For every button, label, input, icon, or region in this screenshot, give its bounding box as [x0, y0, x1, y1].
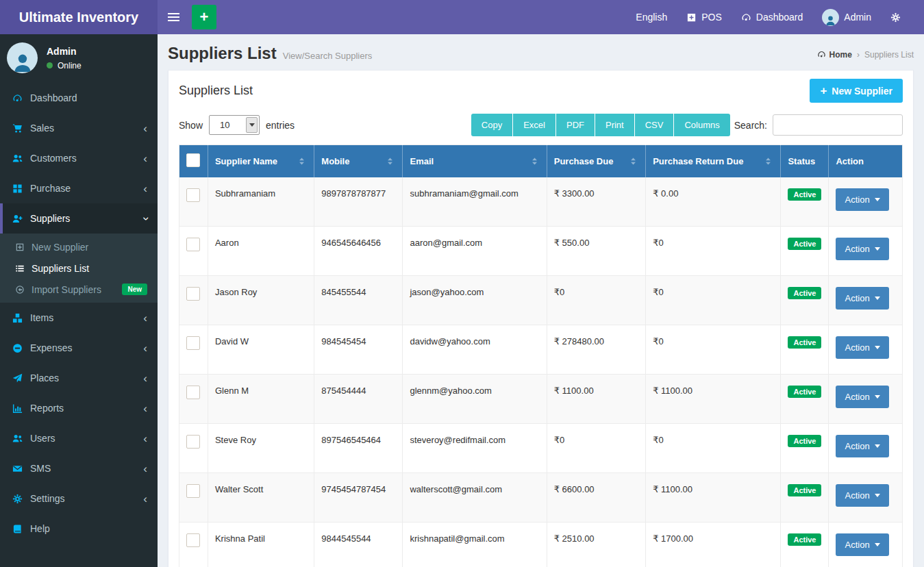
chevron-down-icon: ‹	[140, 216, 151, 220]
chevron-left-icon: ‹	[143, 463, 147, 475]
print-button[interactable]: Print	[595, 114, 634, 136]
sidebar-item-sms[interactable]: SMS‹	[0, 453, 158, 483]
cell-purchase-due: ₹ 278480.00	[547, 325, 645, 375]
sort-icon	[297, 156, 307, 166]
caret-down-icon	[875, 543, 880, 549]
caret-down-icon	[875, 198, 880, 204]
sidebar-item-expenses[interactable]: Expenses‹	[0, 333, 158, 363]
page-size-control: Show 10 entries	[179, 115, 295, 135]
sidebar-item-reports[interactable]: Reports‹	[0, 393, 158, 423]
book-icon	[11, 524, 23, 534]
row-checkbox[interactable]	[186, 287, 200, 301]
sidebar-item-suppliers[interactable]: Suppliers‹	[0, 203, 158, 234]
envelope-icon	[11, 464, 23, 474]
cell-email: aaron@gmail.com	[403, 227, 547, 276]
pos-link[interactable]: POS	[677, 0, 732, 34]
excel-button[interactable]: Excel	[512, 114, 555, 136]
copy-button[interactable]: Copy	[471, 114, 512, 136]
sidebar-item-places[interactable]: Places‹	[0, 363, 158, 393]
pdf-button[interactable]: PDF	[555, 114, 595, 136]
table-header-row: Supplier Name Mobile Email Purchase Due …	[179, 145, 903, 178]
language-menu[interactable]: English	[626, 0, 677, 34]
user-menu[interactable]: Admin	[812, 0, 881, 34]
header-mobile[interactable]: Mobile	[314, 145, 403, 178]
sidebar-item-items[interactable]: Items‹	[0, 303, 158, 333]
dashboard-label: Dashboard	[756, 12, 803, 23]
header-email[interactable]: Email	[403, 145, 547, 178]
suppliers-submenu: New Supplier Suppliers List Import Suppl…	[0, 234, 158, 303]
sidebar-item-help[interactable]: Help	[0, 514, 158, 544]
row-action-button[interactable]: Action	[836, 188, 888, 211]
row-checkbox[interactable]	[186, 238, 200, 251]
plus-icon: +	[820, 85, 827, 97]
chevron-left-icon: ‹	[143, 493, 147, 505]
cell-mobile: 875454444	[314, 375, 403, 424]
cell-purchase-due: ₹ 1100.00	[547, 375, 645, 424]
row-checkbox[interactable]	[186, 188, 200, 202]
sidebar-menu: Dashboard Sales‹ Customers‹ Purchase‹ Su…	[0, 83, 158, 544]
header-purchase-return-due[interactable]: Purchase Return Due	[646, 145, 781, 178]
chevron-left-icon: ‹	[143, 123, 147, 134]
status-badge: Active	[788, 435, 821, 447]
user-plus-icon	[11, 214, 23, 224]
app-logo: Ultimate Inventory	[0, 0, 158, 34]
row-checkbox[interactable]	[186, 435, 200, 449]
chevron-left-icon: ‹	[143, 312, 147, 324]
import-icon	[15, 285, 25, 294]
sidebar-item-dashboard[interactable]: Dashboard	[0, 83, 158, 113]
menu-label: Help	[30, 523, 50, 534]
cell-action: Action	[829, 522, 903, 567]
sort-icon	[529, 156, 540, 166]
settings-menu[interactable]	[881, 0, 910, 34]
sidebar-item-import-suppliers[interactable]: Import SuppliersNew	[0, 279, 158, 300]
quick-add-button[interactable]: +	[192, 5, 216, 29]
sidebar-toggle-button[interactable]	[158, 0, 189, 34]
sidebar-item-purchase[interactable]: Purchase‹	[0, 173, 158, 203]
sidebar-item-new-supplier[interactable]: New Supplier	[0, 236, 158, 257]
row-action-button[interactable]: Action	[836, 386, 888, 408]
menu-label: SMS	[30, 463, 51, 474]
search-input[interactable]	[773, 114, 903, 136]
sidebar-item-customers[interactable]: Customers‹	[0, 143, 158, 173]
sidebar-item-settings[interactable]: Settings‹	[0, 483, 158, 514]
row-checkbox[interactable]	[186, 533, 200, 547]
breadcrumb-home-link[interactable]: Home	[817, 50, 852, 60]
cell-email: subhramaniam@gmail.com	[403, 177, 547, 227]
csv-button[interactable]: CSV	[634, 114, 674, 136]
header-purchase-due[interactable]: Purchase Due	[547, 145, 645, 178]
grid-icon	[11, 184, 23, 194]
columns-button[interactable]: Columns	[673, 114, 729, 136]
row-action-button[interactable]: Action	[836, 287, 888, 310]
sidebar-item-sales[interactable]: Sales‹	[0, 113, 158, 143]
row-checkbox[interactable]	[186, 336, 200, 350]
caret-down-icon	[875, 247, 880, 253]
sidebar: Admin Online Dashboard Sales‹ Customers‹…	[0, 34, 158, 567]
cell-action: Action	[829, 473, 903, 522]
menu-label: Dashboard	[30, 92, 77, 103]
row-action-button[interactable]: Action	[836, 238, 888, 260]
page-size-select[interactable]: 10	[209, 115, 260, 135]
row-action-button[interactable]: Action	[836, 435, 888, 457]
cell-supplier-name: Glenn M	[208, 375, 314, 424]
dashboard-link[interactable]: Dashboard	[732, 0, 813, 34]
row-checkbox[interactable]	[186, 386, 200, 399]
sidebar-user-panel: Admin Online	[0, 34, 158, 83]
row-select-cell	[179, 177, 208, 227]
header-supplier-name[interactable]: Supplier Name	[208, 145, 314, 178]
sidebar-item-suppliers-list[interactable]: Suppliers List	[0, 257, 158, 279]
table-row: Subhramaniam9897878787877subhramaniam@gm…	[179, 177, 903, 227]
select-all-checkbox[interactable]	[186, 153, 200, 167]
cell-purchase-return-due: ₹ 1100.00	[646, 473, 781, 522]
sort-icon	[763, 156, 773, 166]
caret-down-icon	[875, 494, 880, 500]
row-action-button[interactable]: Action	[836, 484, 888, 507]
cell-purchase-due: ₹ 2510.00	[547, 522, 645, 567]
sidebar-item-users[interactable]: Users‹	[0, 423, 158, 453]
row-action-button[interactable]: Action	[836, 336, 888, 359]
card-header: Suppliers List +New Supplier	[168, 71, 913, 107]
select-all-header	[179, 145, 208, 178]
search-label: Search:	[734, 120, 767, 131]
new-supplier-button[interactable]: +New Supplier	[810, 79, 903, 103]
row-checkbox[interactable]	[186, 484, 200, 498]
row-action-button[interactable]: Action	[836, 533, 888, 556]
